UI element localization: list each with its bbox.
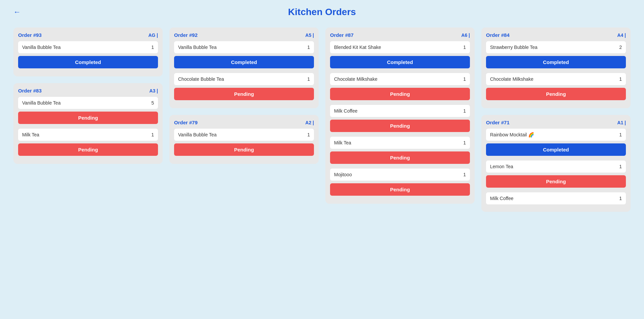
status-button-pending[interactable]: Pending <box>18 143 158 156</box>
item-qty: 1 <box>151 132 154 137</box>
item-qty: 2 <box>619 45 622 50</box>
item-name: Milk Coffee <box>334 108 358 114</box>
column-0: Order #93AG |Vanilla Bubble Tea1Complete… <box>13 27 163 164</box>
order-header: Order #87A6 | <box>330 32 470 38</box>
status-button-pending[interactable]: Pending <box>330 183 470 196</box>
item-qty: 1 <box>307 76 310 82</box>
order-header: Order #83A3 | <box>18 88 158 93</box>
item-group: Lemon Tea1Pending <box>486 161 626 191</box>
order-card: Order #83A3 |Vanilla Bubble Tea5PendingM… <box>13 83 163 164</box>
status-button-pending[interactable]: Pending <box>330 88 470 100</box>
item-group: Chocolate Milkshake1Pending <box>486 73 626 104</box>
order-table: A4 | <box>617 33 626 38</box>
status-button-completed[interactable]: Completed <box>486 56 626 68</box>
item-name: Milk Tea <box>22 132 39 137</box>
item-qty: 1 <box>151 45 154 50</box>
order-table: A2 | <box>305 120 314 125</box>
order-header: Order #79A2 | <box>174 120 314 125</box>
order-item: Blended Kit Kat Shake1 <box>330 41 470 53</box>
item-name: Vanilla Bubble Tea <box>22 100 61 106</box>
column-1: Order #92A5 |Vanilla Bubble Tea1Complete… <box>169 27 319 164</box>
status-button-pending[interactable]: Pending <box>174 88 314 100</box>
item-name: Mojitooo <box>334 172 352 177</box>
item-name: Chocolate Milkshake <box>334 76 377 82</box>
order-item: Vanilla Bubble Tea1 <box>174 41 314 53</box>
order-item: Vanilla Bubble Tea1 <box>18 41 158 53</box>
order-item: Milk Tea1 <box>330 137 470 149</box>
item-group: Milk Tea1Pending <box>330 137 470 167</box>
item-qty: 1 <box>463 45 466 50</box>
status-button-pending[interactable]: Pending <box>486 88 626 100</box>
order-card: Order #87A6 |Blended Kit Kat Shake1Compl… <box>325 27 475 204</box>
order-number: Order #87 <box>330 32 354 38</box>
column-3: Order #84A4 |Strawberry Bubble Tea2Compl… <box>481 27 631 212</box>
column-2: Order #87A6 |Blended Kit Kat Shake1Compl… <box>325 27 475 204</box>
order-header: Order #84A4 | <box>486 32 626 38</box>
item-group: Vanilla Bubble Tea1Completed <box>18 41 158 72</box>
order-card: Order #93AG |Vanilla Bubble Tea1Complete… <box>13 27 163 76</box>
item-qty: 1 <box>619 76 622 82</box>
order-number: Order #71 <box>486 120 509 125</box>
orders-grid: Order #93AG |Vanilla Bubble Tea1Complete… <box>13 27 631 212</box>
status-button-completed[interactable]: Completed <box>18 56 158 68</box>
item-group: Blended Kit Kat Shake1Completed <box>330 41 470 72</box>
order-number: Order #92 <box>174 32 198 38</box>
item-qty: 1 <box>307 132 310 137</box>
status-button-completed[interactable]: Completed <box>486 143 626 156</box>
order-item: Strawberry Bubble Tea2 <box>486 41 626 53</box>
item-group: Vanilla Bubble Tea1Pending <box>174 129 314 159</box>
status-button-pending[interactable]: Pending <box>174 143 314 156</box>
item-name: Vanilla Bubble Tea <box>178 132 217 137</box>
order-table: A3 | <box>149 88 158 93</box>
item-name: Milk Tea <box>334 140 351 145</box>
item-group: Rainbow Mocktail 🌈1Completed <box>486 129 626 159</box>
item-name: Lemon Tea <box>490 164 513 169</box>
order-table: AG | <box>148 33 158 38</box>
status-button-pending[interactable]: Pending <box>486 175 626 188</box>
item-qty: 1 <box>463 140 466 145</box>
item-qty: 1 <box>463 172 466 177</box>
item-group: Strawberry Bubble Tea2Completed <box>486 41 626 72</box>
item-qty: 5 <box>151 100 154 106</box>
status-button-completed[interactable]: Completed <box>174 56 314 68</box>
item-group: Milk Coffee1Pending <box>330 105 470 135</box>
order-item: Mojitooo1 <box>330 169 470 181</box>
order-item: Milk Tea1 <box>18 129 158 141</box>
order-card: Order #71A1 |Rainbow Mocktail 🌈1Complete… <box>481 115 631 212</box>
item-group: Chocolate Milkshake1Pending <box>330 73 470 104</box>
order-header: Order #71A1 | <box>486 120 626 125</box>
item-name: Strawberry Bubble Tea <box>490 45 537 50</box>
order-table: A6 | <box>461 33 470 38</box>
item-name: Chocolate Bubble Tea <box>178 76 224 82</box>
order-item: Chocolate Milkshake1 <box>486 73 626 85</box>
item-name: Vanilla Bubble Tea <box>22 45 61 50</box>
order-item: Vanilla Bubble Tea5 <box>18 97 158 109</box>
status-button-pending[interactable]: Pending <box>330 120 470 132</box>
status-button-completed[interactable]: Completed <box>330 56 470 68</box>
order-number: Order #84 <box>486 32 509 38</box>
item-qty: 1 <box>307 45 310 50</box>
item-group: Milk Coffee1 <box>486 192 626 207</box>
order-table: A1 | <box>617 120 626 125</box>
item-qty: 1 <box>619 164 622 169</box>
item-name: Chocolate Milkshake <box>490 76 533 82</box>
order-number: Order #79 <box>174 120 198 125</box>
item-qty: 1 <box>463 108 466 114</box>
order-card: Order #79A2 |Vanilla Bubble Tea1Pending <box>169 115 319 164</box>
item-name: Blended Kit Kat Shake <box>334 45 381 50</box>
order-item: Vanilla Bubble Tea1 <box>174 129 314 141</box>
item-group: Vanilla Bubble Tea5Pending <box>18 97 158 127</box>
item-qty: 1 <box>463 76 466 82</box>
item-qty: 1 <box>619 132 622 137</box>
page-header: ← Kitchen Orders <box>13 7 631 17</box>
order-table: A5 | <box>305 33 314 38</box>
order-item: Milk Coffee1 <box>330 105 470 117</box>
order-item: Rainbow Mocktail 🌈1 <box>486 129 626 141</box>
status-button-pending[interactable]: Pending <box>330 151 470 164</box>
item-group: Chocolate Bubble Tea1Pending <box>174 73 314 104</box>
status-button-pending[interactable]: Pending <box>18 112 158 124</box>
order-number: Order #93 <box>18 32 42 38</box>
order-header: Order #93AG | <box>18 32 158 38</box>
item-name: Rainbow Mocktail 🌈 <box>490 132 534 137</box>
back-button[interactable]: ← <box>13 8 21 16</box>
